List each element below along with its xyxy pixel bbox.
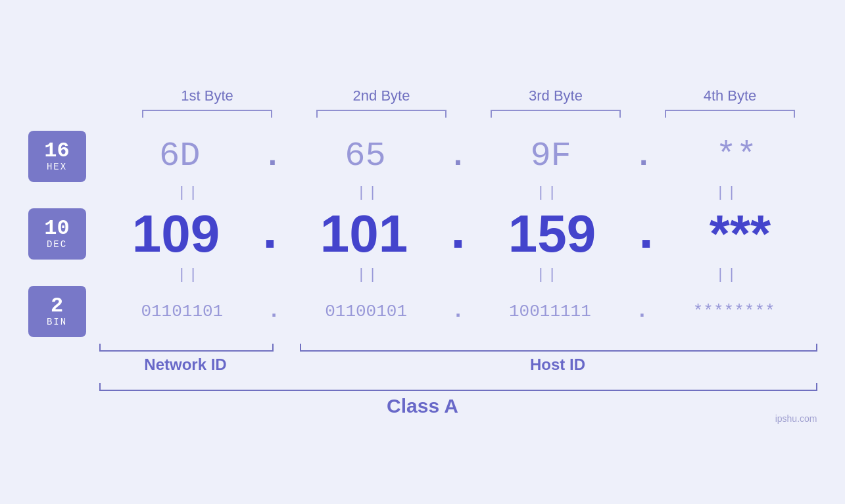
bin-dot-3: . bbox=[633, 299, 651, 323]
class-bracket bbox=[99, 383, 817, 391]
bin-value-3: 10011111 bbox=[509, 302, 591, 321]
dec-value-4: *** bbox=[710, 204, 771, 263]
byte2-header: 2nd Byte bbox=[295, 87, 469, 104]
bracket-line-3 bbox=[491, 110, 621, 118]
byte1-header: 1st Byte bbox=[120, 87, 295, 104]
hex-base-number: 16 bbox=[44, 141, 69, 162]
dec-badge: 10 DEC bbox=[28, 208, 86, 260]
eq-1: || bbox=[99, 185, 279, 201]
bin-val-2: 01100101 bbox=[283, 302, 449, 321]
hex-value-3: 9F bbox=[530, 137, 571, 175]
hex-value-4: ** bbox=[716, 137, 757, 175]
hex-value-2: 65 bbox=[345, 137, 385, 175]
bracket-line-2 bbox=[316, 110, 447, 118]
hex-dot-3: . bbox=[631, 139, 656, 174]
hex-dot-1: . bbox=[260, 139, 285, 174]
dec-base-number: 10 bbox=[44, 218, 69, 239]
hex-badge: 16 HEX bbox=[28, 131, 86, 182]
hex-val-4: ** bbox=[656, 137, 817, 175]
dec-value-3: 159 bbox=[508, 204, 596, 263]
dot-spacer-1 bbox=[274, 344, 300, 352]
eq2-2: || bbox=[279, 267, 458, 283]
bin-badge: 2 BIN bbox=[28, 286, 86, 337]
bracket-cell-1 bbox=[120, 110, 295, 118]
equals-row-1: || || || || bbox=[99, 185, 817, 201]
equals-row-2: || || || || bbox=[99, 267, 817, 283]
hex-val-2: 65 bbox=[285, 137, 446, 175]
eq-2: || bbox=[279, 185, 458, 201]
byte4-header: 4th Byte bbox=[643, 87, 817, 104]
dec-base-label: DEC bbox=[47, 239, 67, 250]
hex-dot-2: . bbox=[446, 139, 470, 174]
dec-dot-3: . bbox=[629, 204, 663, 263]
hex-row: 16 HEX 6D . 65 . 9F . ** bbox=[28, 131, 817, 182]
bracket-cell-4 bbox=[643, 110, 817, 118]
bracket-line-4 bbox=[665, 110, 796, 118]
watermark: ipshu.com bbox=[775, 413, 817, 424]
dec-values: 109 . 101 . 159 . *** bbox=[99, 204, 817, 264]
dec-dot-2: . bbox=[441, 204, 475, 263]
host-id-label: Host ID bbox=[299, 355, 817, 374]
byte-headers: 1st Byte 2nd Byte 3rd Byte 4th Byte bbox=[120, 87, 817, 104]
top-brackets bbox=[120, 110, 817, 118]
eq2-3: || bbox=[458, 267, 638, 283]
dec-val-3: 159 bbox=[475, 204, 629, 264]
bin-value-1: 01101101 bbox=[141, 302, 223, 321]
bin-dot-1: . bbox=[265, 299, 283, 323]
bin-val-1: 01101101 bbox=[99, 302, 266, 321]
dec-val-2: 101 bbox=[287, 204, 441, 264]
hex-values: 6D . 65 . 9F . ** bbox=[99, 137, 817, 175]
id-bracket-container bbox=[99, 344, 817, 352]
eq-4: || bbox=[638, 185, 817, 201]
bin-base-number: 2 bbox=[51, 296, 63, 317]
bracket-cell-2 bbox=[295, 110, 469, 118]
hex-val-3: 9F bbox=[470, 137, 631, 175]
dec-val-4: *** bbox=[664, 204, 817, 264]
network-id-label: Network ID bbox=[99, 355, 272, 374]
bin-value-2: 01100101 bbox=[325, 302, 407, 321]
dec-val-1: 109 bbox=[99, 204, 253, 264]
bin-base-label: BIN bbox=[47, 317, 67, 327]
dec-dot-1: . bbox=[253, 204, 287, 263]
network-id-bracket bbox=[99, 344, 274, 352]
id-labels-container: Network ID Host ID bbox=[99, 355, 817, 374]
bin-value-4: ******** bbox=[693, 302, 775, 321]
eq-3: || bbox=[458, 185, 638, 201]
bracket-line-1 bbox=[142, 110, 273, 118]
class-bracket-container bbox=[99, 383, 817, 391]
byte3-header: 3rd Byte bbox=[469, 87, 643, 104]
bin-dot-2: . bbox=[449, 299, 467, 323]
bracket-cell-3 bbox=[469, 110, 643, 118]
dec-value-2: 101 bbox=[320, 204, 408, 263]
dec-row: 10 DEC 109 . 101 . 159 . *** bbox=[28, 204, 817, 264]
dec-value-1: 109 bbox=[132, 204, 220, 263]
host-id-bracket bbox=[300, 344, 817, 352]
dot-spacer-2 bbox=[272, 355, 299, 374]
bin-values: 01101101 . 01100101 . 10011111 . *******… bbox=[99, 299, 817, 323]
hex-val-1: 6D bbox=[99, 137, 260, 175]
class-label: Class A bbox=[28, 395, 817, 417]
hex-value-1: 6D bbox=[159, 137, 200, 175]
eq2-4: || bbox=[638, 267, 817, 283]
eq2-1: || bbox=[99, 267, 279, 283]
bin-row: 2 BIN 01101101 . 01100101 . 10011111 . *… bbox=[28, 286, 817, 337]
hex-base-label: HEX bbox=[47, 162, 67, 172]
bin-val-4: ******** bbox=[651, 302, 817, 321]
bin-val-3: 10011111 bbox=[467, 302, 633, 321]
